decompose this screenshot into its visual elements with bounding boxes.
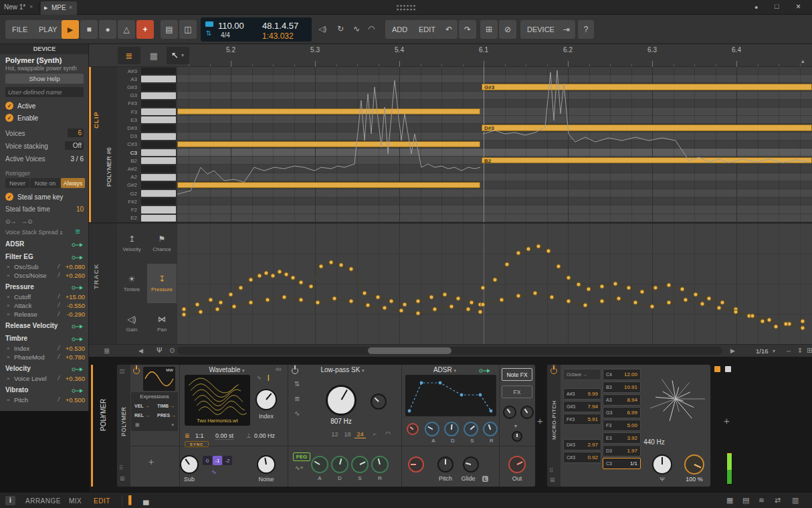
- audio-monitor-icon[interactable]: ◁): [318, 25, 326, 33]
- piano-key-F2[interactable]: [141, 206, 176, 213]
- wavetable-index-knob[interactable]: [256, 389, 277, 410]
- playhead-position[interactable]: 48.1.4.57: [262, 21, 298, 31]
- remove-mod-icon[interactable]: ×: [7, 264, 10, 270]
- mp-cell-A#3[interactable]: A#39.99: [563, 388, 601, 400]
- piano-key-F3[interactable]: [141, 108, 176, 115]
- filter-env-r-knob[interactable]: [371, 456, 389, 473]
- add-button[interactable]: ADD: [385, 20, 414, 39]
- filter-env-s-knob[interactable]: [351, 456, 369, 473]
- sync-badge[interactable]: SYNC: [185, 441, 209, 447]
- retrigger-option-always[interactable]: Always: [61, 178, 85, 188]
- env-depth-knob[interactable]: [407, 423, 419, 435]
- expression-target-rel[interactable]: REL→: [134, 411, 156, 419]
- filter-wave-icon[interactable]: ∿: [294, 410, 300, 417]
- env-mod-route-icon[interactable]: [479, 367, 492, 374]
- status-tab-edit[interactable]: EDIT: [94, 495, 110, 506]
- sub-octave--1[interactable]: -1: [213, 456, 222, 465]
- mix-knob[interactable]: [684, 454, 704, 475]
- notefx-knob-2[interactable]: [520, 406, 534, 419]
- remove-mod-icon[interactable]: ×: [7, 345, 10, 351]
- pitch-wheel-range-knob[interactable]: [652, 454, 672, 475]
- mp-cell-D#3[interactable]: D#32.97: [563, 439, 601, 450]
- meter-panel-icon[interactable]: ▥: [792, 496, 799, 505]
- v-zoom-icon[interactable]: ⇕: [797, 347, 803, 354]
- phase-mod-icon[interactable]: ⊥: [246, 432, 251, 439]
- transport-display[interactable]: ⇅ 110.00 4/4 48.1.4.57 1:43.032: [201, 17, 312, 41]
- fold-view-tab[interactable]: ▦: [142, 47, 165, 64]
- mod-item-value[interactable]: +0.780: [61, 353, 85, 361]
- piano-key-C#3[interactable]: [141, 141, 176, 148]
- mp-cell-F#3[interactable]: F#35.91: [563, 414, 601, 425]
- piano-key-F#3[interactable]: [141, 100, 176, 107]
- timesig-value[interactable]: 4/4: [221, 31, 230, 39]
- mp-cell-G#3[interactable]: G#37.94: [563, 401, 601, 412]
- browser-panel-icon[interactable]: ▤: [742, 496, 749, 505]
- mod-section-timbre[interactable]: Timbre: [0, 334, 89, 345]
- mp-cell-A3[interactable]: A38.94: [603, 394, 641, 406]
- notefx-dropdown-icon[interactable]: ▾: [514, 423, 517, 429]
- redo-icon[interactable]: ↷: [459, 20, 476, 39]
- filter-resonance-knob[interactable]: [371, 394, 387, 410]
- env-shape-knob[interactable]: [408, 456, 424, 473]
- piano-key-G#2[interactable]: [141, 182, 176, 189]
- expression-overlay-icon[interactable]: ≣: [104, 347, 110, 355]
- mpe-source-icon[interactable]: ⊙→: [5, 218, 17, 225]
- show-help-button[interactable]: Show Help: [5, 74, 84, 84]
- retrigger-option-note-on[interactable]: Note on: [30, 178, 60, 188]
- glide-knob[interactable]: [463, 456, 479, 473]
- polymer-power-toggle[interactable]: [133, 367, 140, 374]
- filter-level-icon[interactable]: ≣: [294, 395, 300, 402]
- shelf-b-icon[interactable]: ◠: [385, 430, 391, 437]
- osc-hz-value[interactable]: 0.00 Hz: [254, 432, 275, 439]
- fx-tab[interactable]: FX: [502, 386, 532, 398]
- mod-item-value[interactable]: +0.080: [61, 263, 85, 270]
- glide-legato-badge[interactable]: L: [482, 476, 488, 482]
- filter-env-a-knob[interactable]: [311, 456, 328, 473]
- grid-resolution-dropdown-icon[interactable]: ▾: [773, 348, 775, 354]
- env-r-knob[interactable]: [483, 422, 498, 436]
- mod-item[interactable]: ×Cutoff/+15.00: [0, 293, 89, 302]
- info-button[interactable]: i: [5, 496, 15, 505]
- ruler-label-5.4[interactable]: 5.4: [390, 46, 409, 54]
- adsr-envelope-display[interactable]: [405, 375, 496, 416]
- io-panel-icon[interactable]: ⇄: [775, 496, 781, 505]
- mp-cell-D3[interactable]: D31.97: [603, 445, 641, 456]
- detune-starburst-display[interactable]: [643, 369, 709, 430]
- shelf-a-icon[interactable]: ⌐: [373, 430, 377, 437]
- piano-key-G3[interactable]: [141, 92, 176, 99]
- sub-wave-icon[interactable]: ∿: [211, 469, 217, 475]
- timeline-ruler[interactable]: 5.25.35.46.16.26.36.4: [177, 44, 812, 67]
- ruler-label-6.1[interactable]: 6.1: [474, 46, 493, 54]
- bottom-panel-toggle-icon[interactable]: ▄: [143, 495, 149, 505]
- mod-item[interactable]: ×Index/+0.530: [0, 345, 89, 353]
- grid-resolution-value[interactable]: 1/16: [756, 347, 769, 355]
- mod-section-filter-eg[interactable]: Filter EG: [0, 252, 89, 263]
- scroll-left-icon[interactable]: ◀: [138, 347, 143, 354]
- piano-key-F#2[interactable]: [141, 198, 176, 205]
- pressure-points[interactable]: [177, 224, 812, 344]
- mod-item[interactable]: ×Voice Level/+0.360: [0, 375, 89, 384]
- session-indicator-icon[interactable]: ●: [754, 4, 758, 11]
- mod-item-value[interactable]: +0.530: [61, 345, 85, 352]
- piano-key-D#3[interactable]: [141, 124, 176, 131]
- remove-mod-icon[interactable]: ×: [7, 272, 10, 278]
- link-icon[interactable]: ⊙: [169, 347, 175, 354]
- out-knob[interactable]: [508, 456, 526, 473]
- noise-level-knob[interactable]: [257, 455, 276, 474]
- mpe-mode-icon[interactable]: Ψ: [157, 347, 162, 354]
- phase-mode-icon[interactable]: ∿: [257, 375, 262, 381]
- env-s-knob[interactable]: [464, 422, 478, 436]
- insert-device-icon[interactable]: ⇥: [558, 20, 575, 39]
- mod-item-value[interactable]: -0.290: [61, 311, 85, 318]
- mp-cell-G3[interactable]: G36.99: [603, 407, 641, 418]
- mod-section-release-velocity[interactable]: Release Velocity: [0, 321, 89, 332]
- help-button[interactable]: ?: [578, 20, 594, 39]
- note-fx-tab[interactable]: Note FX: [502, 368, 532, 381]
- project-tab[interactable]: New 1*: [4, 3, 25, 11]
- piano-key-B2[interactable]: [141, 157, 176, 164]
- scroll-right-icon[interactable]: ▶: [730, 347, 735, 354]
- add-device-end-icon[interactable]: +: [724, 415, 730, 426]
- note-bar-D#3[interactable]: D#3: [482, 124, 812, 131]
- mix-value[interactable]: 100 %: [681, 476, 708, 483]
- h-scrollbar-thumb[interactable]: [368, 347, 451, 354]
